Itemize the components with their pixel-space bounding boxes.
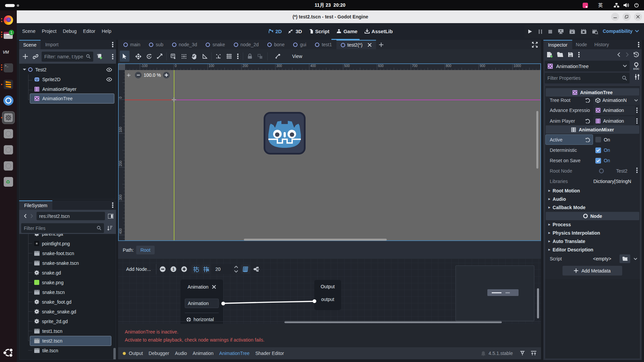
svg-text:100: 100 (119, 127, 122, 132)
svg-text:200: 200 (119, 161, 122, 166)
svg-text:800: 800 (446, 64, 451, 68)
svg-text:-100: -100 (141, 64, 148, 68)
svg-text:500: 500 (344, 64, 350, 68)
svg-text:0: 0 (175, 64, 177, 68)
svg-text:400: 400 (310, 64, 316, 68)
svg-text:900: 900 (480, 64, 485, 68)
svg-text:300: 300 (119, 194, 122, 200)
svg-text:1000: 1000 (514, 64, 521, 68)
svg-text:600: 600 (378, 64, 384, 68)
svg-text:200: 200 (243, 64, 248, 68)
svg-text:400: 400 (119, 228, 122, 234)
svg-text:DOC: DOC (633, 67, 639, 70)
svg-text:0: 0 (119, 97, 122, 99)
svg-text:100: 100 (209, 64, 214, 68)
svg-text:700: 700 (412, 64, 418, 68)
svg-text:300: 300 (276, 64, 282, 68)
